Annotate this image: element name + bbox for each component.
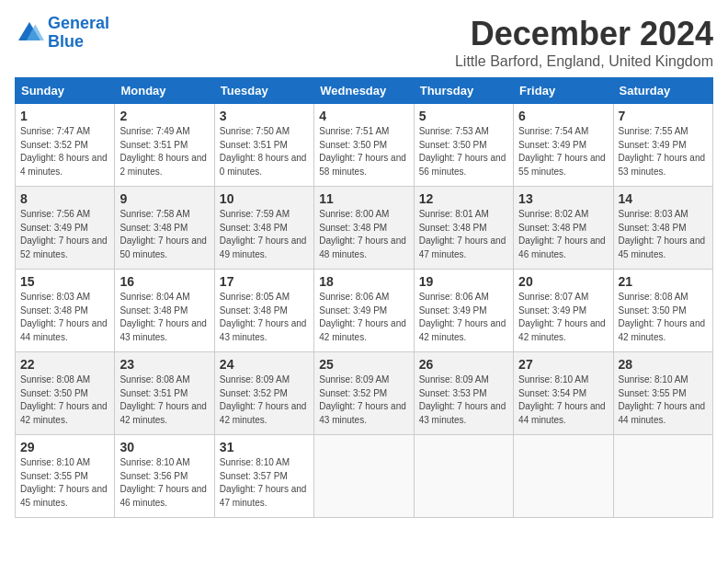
title-area: December 2024 Little Barford, England, U… [455, 15, 713, 70]
table-row: 28 Sunrise: 8:10 AM Sunset: 3:55 PM Dayl… [613, 352, 712, 435]
day-number: 15 [20, 274, 109, 289]
table-row: 31 Sunrise: 8:10 AM Sunset: 3:57 PM Dayl… [214, 435, 313, 518]
table-row: 18 Sunrise: 8:06 AM Sunset: 3:49 PM Dayl… [314, 270, 414, 352]
day-info: Sunrise: 8:10 AM Sunset: 3:55 PM Dayligh… [619, 373, 708, 427]
day-info: Sunrise: 8:04 AM Sunset: 3:48 PM Dayligh… [119, 291, 209, 344]
table-row: 21 Sunrise: 8:08 AM Sunset: 3:50 PM Dayl… [613, 270, 712, 352]
day-info: Sunrise: 8:10 AM Sunset: 3:54 PM Dayligh… [518, 373, 608, 427]
table-row: 13 Sunrise: 8:02 AM Sunset: 3:48 PM Dayl… [514, 187, 613, 270]
table-row: 6 Sunrise: 7:54 AM Sunset: 3:49 PM Dayli… [514, 104, 613, 187]
day-number: 22 [20, 357, 109, 372]
header-saturday: Saturday [613, 78, 712, 104]
day-number: 21 [619, 274, 708, 289]
day-number: 3 [220, 109, 309, 123]
table-row: 4 Sunrise: 7:51 AM Sunset: 3:50 PM Dayli… [314, 104, 414, 187]
day-info: Sunrise: 8:09 AM Sunset: 3:53 PM Dayligh… [419, 373, 508, 427]
day-info: Sunrise: 8:07 AM Sunset: 3:49 PM Dayligh… [518, 291, 608, 344]
table-row [414, 435, 513, 518]
table-row [613, 435, 712, 518]
day-info: Sunrise: 7:55 AM Sunset: 3:49 PM Dayligh… [619, 125, 708, 178]
day-number: 29 [20, 440, 109, 454]
header-wednesday: Wednesday [314, 78, 414, 104]
day-number: 4 [319, 109, 408, 123]
day-info: Sunrise: 7:49 AM Sunset: 3:51 PM Dayligh… [119, 125, 209, 178]
day-number: 17 [220, 274, 309, 289]
header-tuesday: Tuesday [214, 78, 313, 104]
calendar-title: December 2024 [455, 15, 713, 53]
day-number: 26 [419, 357, 508, 372]
table-row: 23 Sunrise: 8:08 AM Sunset: 3:51 PM Dayl… [115, 352, 214, 435]
day-info: Sunrise: 7:59 AM Sunset: 3:48 PM Dayligh… [220, 208, 309, 261]
day-info: Sunrise: 7:53 AM Sunset: 3:50 PM Dayligh… [419, 125, 508, 178]
header-sunday: Sunday [16, 78, 115, 104]
calendar-week-row: 1 Sunrise: 7:47 AM Sunset: 3:52 PM Dayli… [16, 104, 713, 187]
calendar-table: Sunday Monday Tuesday Wednesday Thursday… [15, 77, 713, 518]
day-number: 28 [619, 357, 708, 372]
day-info: Sunrise: 8:06 AM Sunset: 3:49 PM Dayligh… [419, 291, 508, 344]
table-row: 26 Sunrise: 8:09 AM Sunset: 3:53 PM Dayl… [414, 352, 513, 435]
day-number: 11 [319, 191, 408, 206]
table-row: 17 Sunrise: 8:05 AM Sunset: 3:48 PM Dayl… [214, 270, 313, 352]
calendar-subtitle: Little Barford, England, United Kingdom [455, 53, 713, 70]
day-number: 31 [220, 440, 309, 454]
day-number: 12 [419, 191, 508, 206]
day-info: Sunrise: 8:03 AM Sunset: 3:48 PM Dayligh… [20, 291, 109, 344]
table-row: 14 Sunrise: 8:03 AM Sunset: 3:48 PM Dayl… [613, 187, 712, 270]
day-number: 14 [619, 191, 708, 206]
day-info: Sunrise: 8:01 AM Sunset: 3:48 PM Dayligh… [419, 208, 508, 261]
day-info: Sunrise: 7:54 AM Sunset: 3:49 PM Dayligh… [518, 125, 608, 178]
table-row [514, 435, 613, 518]
day-number: 6 [518, 109, 608, 123]
day-number: 30 [119, 440, 209, 454]
header-monday: Monday [115, 78, 214, 104]
day-info: Sunrise: 7:50 AM Sunset: 3:51 PM Dayligh… [220, 125, 309, 178]
day-number: 8 [20, 191, 109, 206]
day-info: Sunrise: 8:06 AM Sunset: 3:49 PM Dayligh… [319, 291, 408, 344]
day-number: 20 [518, 274, 608, 289]
table-row: 3 Sunrise: 7:50 AM Sunset: 3:51 PM Dayli… [214, 104, 313, 187]
day-info: Sunrise: 8:08 AM Sunset: 3:50 PM Dayligh… [20, 373, 109, 427]
calendar-week-row: 22 Sunrise: 8:08 AM Sunset: 3:50 PM Dayl… [16, 352, 713, 435]
day-number: 7 [619, 109, 708, 123]
day-info: Sunrise: 8:09 AM Sunset: 3:52 PM Dayligh… [319, 373, 408, 427]
logo: General Blue [15, 15, 109, 52]
logo-blue: Blue [48, 32, 84, 51]
table-row: 22 Sunrise: 8:08 AM Sunset: 3:50 PM Dayl… [16, 352, 115, 435]
header-friday: Friday [514, 78, 613, 104]
table-row: 19 Sunrise: 8:06 AM Sunset: 3:49 PM Dayl… [414, 270, 513, 352]
day-info: Sunrise: 7:51 AM Sunset: 3:50 PM Dayligh… [319, 125, 408, 178]
table-row: 5 Sunrise: 7:53 AM Sunset: 3:50 PM Dayli… [414, 104, 513, 187]
day-info: Sunrise: 8:10 AM Sunset: 3:57 PM Dayligh… [220, 456, 309, 510]
table-row: 12 Sunrise: 8:01 AM Sunset: 3:48 PM Dayl… [414, 187, 513, 270]
day-number: 1 [20, 109, 109, 123]
day-number: 24 [220, 357, 309, 372]
table-row: 25 Sunrise: 8:09 AM Sunset: 3:52 PM Dayl… [314, 352, 414, 435]
day-number: 19 [419, 274, 508, 289]
day-number: 23 [119, 357, 209, 372]
day-info: Sunrise: 8:02 AM Sunset: 3:48 PM Dayligh… [518, 208, 608, 261]
day-number: 13 [518, 191, 608, 206]
day-number: 5 [419, 109, 508, 123]
day-info: Sunrise: 8:08 AM Sunset: 3:50 PM Dayligh… [619, 291, 708, 344]
table-row: 7 Sunrise: 7:55 AM Sunset: 3:49 PM Dayli… [613, 104, 712, 187]
weekday-header-row: Sunday Monday Tuesday Wednesday Thursday… [16, 78, 713, 104]
table-row: 15 Sunrise: 8:03 AM Sunset: 3:48 PM Dayl… [16, 270, 115, 352]
day-number: 9 [119, 191, 209, 206]
calendar-week-row: 8 Sunrise: 7:56 AM Sunset: 3:49 PM Dayli… [16, 187, 713, 270]
day-info: Sunrise: 8:10 AM Sunset: 3:55 PM Dayligh… [20, 456, 109, 510]
logo-icon [15, 18, 44, 48]
table-row: 8 Sunrise: 7:56 AM Sunset: 3:49 PM Dayli… [16, 187, 115, 270]
day-info: Sunrise: 8:03 AM Sunset: 3:48 PM Dayligh… [619, 208, 708, 261]
day-info: Sunrise: 8:05 AM Sunset: 3:48 PM Dayligh… [220, 291, 309, 344]
day-info: Sunrise: 7:58 AM Sunset: 3:48 PM Dayligh… [119, 208, 209, 261]
day-info: Sunrise: 7:47 AM Sunset: 3:52 PM Dayligh… [20, 125, 109, 178]
day-number: 25 [319, 357, 408, 372]
table-row: 2 Sunrise: 7:49 AM Sunset: 3:51 PM Dayli… [115, 104, 214, 187]
table-row: 1 Sunrise: 7:47 AM Sunset: 3:52 PM Dayli… [16, 104, 115, 187]
table-row: 30 Sunrise: 8:10 AM Sunset: 3:56 PM Dayl… [115, 435, 214, 518]
day-number: 10 [220, 191, 309, 206]
day-info: Sunrise: 8:08 AM Sunset: 3:51 PM Dayligh… [119, 373, 209, 427]
day-number: 27 [518, 357, 608, 372]
table-row [314, 435, 414, 518]
logo-general: General [48, 14, 109, 32]
